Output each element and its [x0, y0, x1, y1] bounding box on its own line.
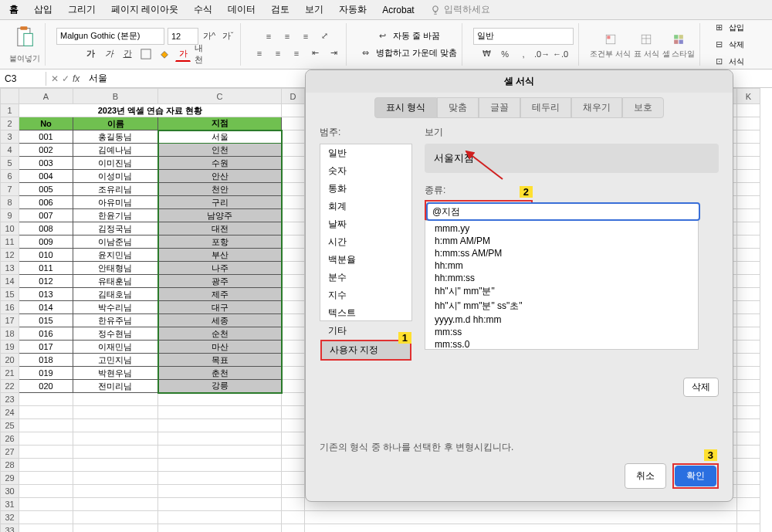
dialog-tab-alignment[interactable]: 맞춤	[437, 97, 479, 118]
cell[interactable]	[282, 432, 305, 446]
cell[interactable]	[282, 262, 305, 275]
cell[interactable]: 포항	[158, 236, 282, 249]
cell[interactable]: 002	[19, 144, 73, 157]
cell[interactable]	[282, 498, 305, 511]
col-header-A[interactable]: A	[19, 89, 73, 104]
cell[interactable]: 010	[19, 249, 73, 262]
row-header[interactable]: 10	[1, 222, 19, 236]
increase-font-icon[interactable]: 가^	[201, 29, 217, 44]
cell[interactable]	[282, 104, 305, 117]
cell[interactable]: 005	[19, 183, 73, 196]
cell[interactable]	[73, 446, 158, 459]
insert-cells-label[interactable]: 삽입	[729, 22, 744, 33]
cell[interactable]	[282, 275, 305, 288]
bold-button[interactable]: 가	[83, 46, 98, 62]
cell[interactable]	[282, 314, 305, 327]
type-option[interactable]: hh"시" mm"분"	[425, 284, 698, 299]
ok-button[interactable]: 확인	[675, 466, 716, 486]
cell[interactable]	[737, 511, 760, 524]
row-header[interactable]: 4	[1, 144, 19, 157]
row-header[interactable]: 13	[1, 262, 19, 275]
align-right-icon[interactable]: ≡	[289, 46, 304, 61]
tab-acrobat[interactable]: Acrobat	[382, 5, 414, 15]
cell[interactable]: 조유리님	[73, 183, 158, 196]
cell[interactable]	[158, 393, 282, 406]
row-header[interactable]: 29	[1, 472, 19, 485]
cell[interactable]: 대구	[158, 301, 282, 314]
cell[interactable]: 김태호님	[73, 288, 158, 301]
cell[interactable]	[737, 341, 760, 354]
cell[interactable]	[737, 459, 760, 472]
cell[interactable]: 고민지님	[73, 354, 158, 367]
comma-icon[interactable]: ,	[516, 46, 531, 62]
dialog-tab-protection[interactable]: 보호	[622, 97, 664, 118]
type-option[interactable]: mm:ss	[425, 326, 698, 338]
cell[interactable]: 아유미님	[73, 196, 158, 209]
row-header[interactable]: 16	[1, 301, 19, 314]
cell[interactable]	[737, 144, 760, 157]
font-color-button[interactable]: 가	[175, 46, 191, 62]
cell[interactable]	[282, 341, 305, 354]
underline-button[interactable]: 간	[120, 46, 135, 62]
cell[interactable]	[282, 117, 305, 130]
align-top-icon[interactable]: ≡	[261, 29, 276, 44]
dialog-tab-fill[interactable]: 채우기	[571, 97, 622, 118]
cell[interactable]: 제주	[158, 288, 282, 301]
currency-icon[interactable]: ₩	[479, 46, 494, 62]
row-header[interactable]: 23	[1, 393, 19, 406]
tab-review[interactable]: 검토	[271, 3, 290, 16]
cell[interactable]	[305, 511, 737, 524]
cell[interactable]	[737, 262, 760, 275]
row-header[interactable]: 28	[1, 459, 19, 472]
cell[interactable]: 부산	[158, 249, 282, 262]
align-bottom-icon[interactable]: ≡	[298, 29, 313, 44]
tab-draw[interactable]: 그리기	[68, 3, 96, 16]
number-format-select[interactable]	[473, 28, 574, 45]
cancel-formula-icon[interactable]: ✕	[51, 73, 59, 84]
cell[interactable]	[19, 446, 73, 459]
cell[interactable]: 인천	[158, 144, 282, 157]
decrease-font-icon[interactable]: 가ˇ	[220, 29, 235, 44]
cell[interactable]	[282, 367, 305, 380]
cell[interactable]: 서울	[158, 130, 282, 144]
cell[interactable]	[282, 485, 305, 498]
cell[interactable]: 007	[19, 209, 73, 222]
cell[interactable]: 이성미님	[73, 170, 158, 183]
cell[interactable]	[158, 511, 282, 524]
font-size-select[interactable]	[168, 28, 198, 45]
font-name-select[interactable]	[56, 28, 164, 45]
category-item[interactable]: 숫자	[320, 162, 411, 180]
category-item[interactable]: 사용자 지정	[322, 341, 410, 359]
align-center-icon[interactable]: ≡	[270, 46, 286, 61]
percent-icon[interactable]: %	[497, 46, 513, 62]
cell[interactable]	[73, 485, 158, 498]
cell[interactable]	[158, 406, 282, 419]
merge-center-label[interactable]: 병합하고 가운데 맞춤	[376, 47, 457, 59]
tab-insert[interactable]: 삽입	[34, 3, 52, 16]
cell[interactable]: 전미리님	[73, 380, 158, 393]
row-header[interactable]: 8	[1, 196, 19, 209]
type-option[interactable]: hh:mm:ss	[425, 272, 698, 284]
cell[interactable]: 천안	[158, 183, 282, 196]
cell[interactable]: 김예나님	[73, 144, 158, 157]
cell[interactable]: 정수현님	[73, 327, 158, 341]
cell[interactable]	[737, 130, 760, 144]
tab-view[interactable]: 보기	[305, 3, 323, 16]
cell[interactable]	[19, 485, 73, 498]
cell[interactable]	[282, 157, 305, 170]
row-header[interactable]: 21	[1, 367, 19, 380]
row-header[interactable]: 19	[1, 341, 19, 354]
cell[interactable]	[737, 236, 760, 249]
italic-button[interactable]: 가	[101, 46, 117, 62]
cell[interactable]	[19, 498, 73, 511]
cell[interactable]: 2023년 엑셀 연습 자료 현황	[19, 104, 282, 117]
row-header[interactable]: 27	[1, 446, 19, 459]
cell[interactable]: 남양주	[158, 209, 282, 222]
row-header[interactable]: 3	[1, 130, 19, 144]
cell[interactable]: 012	[19, 275, 73, 288]
type-option[interactable]: hh"시" mm"분" ss"초"	[425, 299, 698, 313]
row-header[interactable]: 22	[1, 380, 19, 393]
row-header[interactable]: 18	[1, 327, 19, 341]
cell[interactable]: 이남준님	[73, 236, 158, 249]
type-list[interactable]: mmm.yyh:mm AM/PMh:mm:ss AM/PMhh:mmhh:mm:…	[425, 220, 699, 350]
